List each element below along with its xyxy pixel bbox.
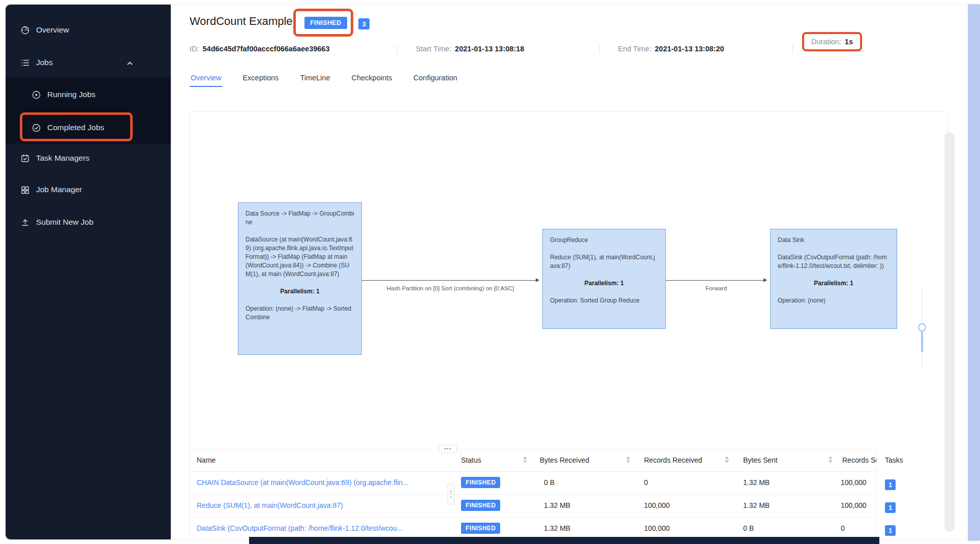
- sidebar-item-task-managers[interactable]: Task Managers: [6, 148, 171, 168]
- column-header-bytes-received[interactable]: Bytes Received: [540, 449, 589, 471]
- right-edge-strip: [968, 4, 980, 541]
- bytes-sent-value: 1.32 MB: [743, 471, 770, 494]
- sort-caret-bytes-sent[interactable]: [829, 456, 833, 463]
- node-parallelism: Parallelism: 1: [550, 279, 658, 288]
- sidebar: Overview Jobs Running Jobs Completed Job…: [6, 5, 171, 539]
- node-title: GroupReduce: [550, 236, 658, 245]
- table-row: CHAIN DataSource (at main(WordCount.java…: [190, 471, 947, 494]
- column-header-name[interactable]: Name: [197, 449, 216, 471]
- sort-caret-records-received[interactable]: [725, 456, 729, 463]
- start-time-value: 2021-01-13 13:08:18: [455, 45, 524, 53]
- node-description: Reduce (SUM(1), at main(WordCount.java:8…: [550, 253, 658, 270]
- graph-node-group-reduce[interactable]: GroupReduce Reduce (SUM(1), at main(Word…: [542, 229, 666, 329]
- records-sent-value: 100,000: [841, 494, 867, 517]
- status-badge: FINISHED: [461, 523, 500, 534]
- graph-node-data-sink[interactable]: Data Sink DataSink (CsvOutputFormat (pat…: [770, 229, 897, 329]
- sidebar-item-overview[interactable]: Overview: [6, 20, 171, 40]
- tab-exceptions[interactable]: Exceptions: [241, 72, 280, 87]
- start-time-group: Start Time: 2021-01-13 13:08:18: [416, 45, 524, 53]
- tab-configuration[interactable]: Configuration: [412, 72, 458, 87]
- header-column-divider: [460, 451, 461, 469]
- zoom-slider-handle[interactable]: [918, 323, 926, 331]
- upload-icon: [21, 218, 29, 227]
- duration-value: 1s: [845, 38, 853, 46]
- sort-caret-status[interactable]: [523, 456, 527, 463]
- bytes-received-value: 0 B: [544, 471, 555, 494]
- vertex-name-link[interactable]: Reduce (SUM(1), at main(WordCount.java:8…: [197, 494, 343, 517]
- meta-divider: [397, 45, 397, 53]
- page-title: WordCount Example: [190, 15, 293, 28]
- node-parallelism: Parallelism: 1: [778, 279, 890, 288]
- column-header-records-received[interactable]: Records Received: [644, 449, 702, 471]
- sidebar-item-submit-new-job[interactable]: Submit New Job: [6, 212, 171, 232]
- status-badge: FINISHED: [461, 500, 500, 511]
- dashboard-icon: [21, 26, 29, 35]
- duration-annotation-box: Duration: 1s: [802, 32, 862, 51]
- job-id-value: 54d6c45d7faf00acccf066a6aee39663: [203, 45, 330, 53]
- check-circle-icon: [32, 124, 41, 132]
- task-count-badge: 1: [885, 502, 896, 513]
- sort-caret-bytes-received[interactable]: [626, 456, 630, 463]
- sidebar-item-label: Running Jobs: [47, 90, 96, 99]
- bytes-received-value: 1.32 MB: [544, 494, 570, 517]
- records-received-value: 0: [644, 471, 648, 494]
- chevron-up-icon: [127, 59, 133, 66]
- vertical-scrollbar[interactable]: [944, 132, 955, 532]
- status-badge: FINISHED: [304, 17, 347, 29]
- end-time-group: End Time: 2021-01-13 13:08:20: [618, 45, 724, 53]
- bytes-sent-value: 1.32 MB: [743, 494, 770, 517]
- job-graph-panel: Data Source -> FlatMap -> GroupCombine D…: [190, 111, 948, 540]
- sidebar-item-jobs[interactable]: Jobs: [6, 52, 171, 73]
- app-window: Overview Jobs Running Jobs Completed Job…: [5, 4, 975, 540]
- sidebar-item-completed-jobs[interactable]: Completed Jobs: [6, 117, 171, 138]
- meta-divider: [599, 45, 600, 53]
- sidebar-item-job-manager[interactable]: Job Manager: [6, 179, 171, 200]
- graph-node-data-source[interactable]: Data Source -> FlatMap -> GroupCombine D…: [238, 202, 362, 355]
- graph-edge-label: Hash Partition on [0] Sort (combining) o…: [362, 285, 539, 291]
- graph-edge-label: Forward: [666, 285, 767, 291]
- list-icon: [21, 58, 29, 67]
- tab-timeline[interactable]: TimeLine: [299, 72, 331, 87]
- sidebar-item-label: Task Managers: [36, 154, 89, 163]
- task-managers-icon: [21, 154, 29, 163]
- graph-edge-arrow: [362, 280, 539, 281]
- sidebar-item-label: Job Manager: [36, 185, 82, 194]
- column-header-status[interactable]: Status: [461, 449, 481, 471]
- node-operation: Operation: (none): [778, 296, 890, 305]
- duration-label: Duration:: [811, 38, 841, 46]
- sidebar-item-label: Jobs: [36, 58, 53, 67]
- sidebar-item-label: Submit New Job: [36, 218, 94, 227]
- job-id-group: ID: 54d6c45d7faf00acccf066a6aee39663: [190, 45, 329, 53]
- job-id-label: ID:: [190, 45, 199, 53]
- meta-divider: [792, 45, 793, 53]
- sidebar-item-running-jobs[interactable]: Running Jobs: [6, 84, 171, 105]
- play-circle-icon: [32, 90, 41, 99]
- job-manager-icon: [21, 186, 29, 194]
- tab-overview[interactable]: Overview: [190, 72, 222, 87]
- start-time-label: Start Time:: [416, 45, 451, 53]
- sidebar-item-label: Overview: [36, 25, 69, 35]
- node-title: Data Sink: [778, 236, 890, 245]
- sidebar-item-label: Completed Jobs: [47, 123, 104, 132]
- table-row: Reduce (SUM(1), at main(WordCount.java:8…: [190, 494, 947, 517]
- end-time-label: End Time:: [618, 45, 651, 53]
- tab-checkpoints[interactable]: Checkpoints: [350, 72, 393, 87]
- resize-handle-horizontal[interactable]: •••: [439, 445, 457, 453]
- bottom-dark-bar: [249, 537, 879, 544]
- job-detail-tabs: Overview Exceptions TimeLine Checkpoints…: [190, 72, 458, 87]
- end-time-value: 2021-01-13 13:08:20: [655, 45, 724, 53]
- node-title: Data Source -> FlatMap -> GroupCombine: [246, 209, 354, 227]
- node-description: DataSink (CsvOutputFormat (path: /home/f…: [778, 253, 890, 270]
- records-sent-value: 100,000: [841, 471, 867, 494]
- records-received-value: 100,000: [644, 494, 670, 517]
- node-description: DataSource (at main(WordCount.java:69) (…: [246, 235, 354, 279]
- node-operation: Operation: Sorted Group Reduce: [550, 296, 658, 305]
- task-count-badge: 1: [885, 525, 896, 536]
- graph-edge-arrow: [666, 280, 767, 281]
- tasks-fixed-column: Tasks 1 1 1: [876, 449, 948, 540]
- node-parallelism: Parallelism: 1: [246, 287, 354, 296]
- vertex-name-link[interactable]: CHAIN DataSource (at main(WordCount.java…: [197, 471, 409, 494]
- column-header-bytes-sent[interactable]: Bytes Sent: [743, 449, 778, 471]
- column-header-tasks[interactable]: Tasks: [885, 449, 903, 471]
- attempt-count-badge: 3: [358, 18, 370, 29]
